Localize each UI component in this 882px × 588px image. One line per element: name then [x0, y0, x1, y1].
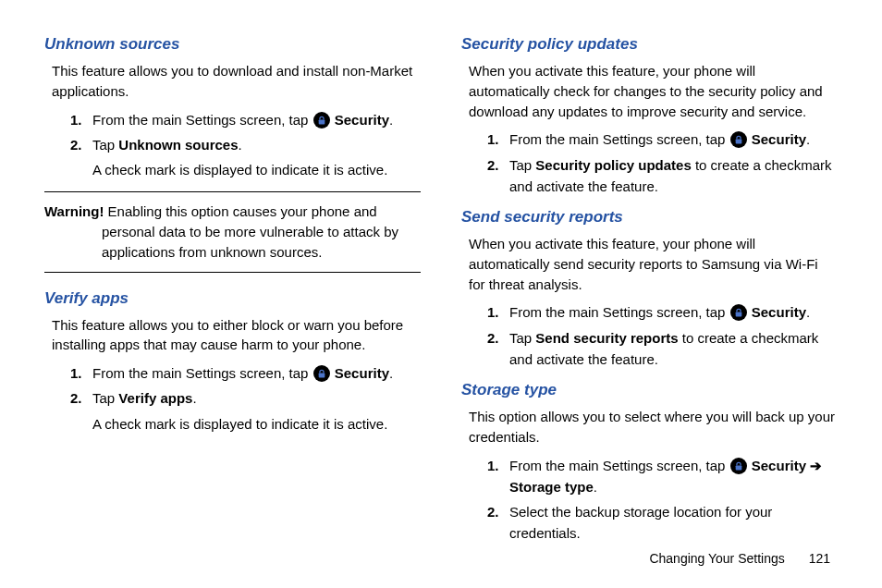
label-security: Security: [748, 131, 806, 147]
text: From the main Settings screen, tap: [509, 304, 729, 320]
warning-block: Warning! Enabling this option causes you…: [44, 191, 421, 272]
label-security: Security: [331, 365, 389, 381]
lock-icon: [313, 365, 330, 382]
text: .: [239, 137, 242, 153]
warning-body: Enabling this option causes your phone a…: [102, 203, 398, 260]
warning-prefix: Warning!: [44, 203, 108, 219]
text: From the main Settings screen, tap: [509, 131, 729, 147]
text: From the main Settings screen, tap: [92, 365, 312, 381]
intro-unknown-sources: This feature allows you to download and …: [52, 61, 421, 102]
label-verify-apps: Verify apps: [118, 390, 192, 406]
step: Tap Unknown sources. A check mark is dis…: [70, 134, 421, 181]
step: Select the backup storage location for y…: [487, 501, 838, 545]
steps-unknown-sources: From the main Settings screen, tap Secur…: [70, 109, 421, 181]
text: .: [594, 479, 597, 495]
text: Tap: [509, 330, 535, 346]
text: Tap: [509, 157, 535, 173]
right-column: Security policy updates When you activat…: [461, 30, 838, 556]
steps-verify-apps: From the main Settings screen, tap Secur…: [70, 362, 421, 435]
text: Tap: [92, 390, 118, 406]
intro-send-reports: When you activate this feature, your pho…: [469, 234, 838, 294]
label-send-security-reports: Send security reports: [535, 330, 678, 346]
footer-label: Changing Your Settings: [649, 551, 784, 566]
step: Tap Send security reports to create a ch…: [487, 327, 838, 371]
intro-security-policy: When you activate this feature, your pho…: [469, 61, 838, 121]
label-security: Security: [748, 458, 811, 473]
step: Tap Verify apps. A check mark is display…: [70, 387, 421, 435]
page-footer: Changing Your Settings 121: [649, 551, 830, 566]
text: From the main Settings screen, tap: [92, 112, 312, 128]
lock-icon: [730, 131, 747, 148]
text: Tap: [92, 137, 118, 153]
lock-icon: [730, 458, 747, 474]
step: From the main Settings screen, tap Secur…: [487, 455, 838, 498]
page-number: 121: [809, 551, 830, 566]
label-security-policy-updates: Security policy updates: [535, 157, 691, 173]
label-storage-type: Storage type: [509, 479, 594, 495]
heading-send-reports: Send security reports: [461, 208, 838, 227]
text: .: [389, 365, 393, 381]
text: .: [806, 131, 810, 147]
label-security: Security: [748, 304, 806, 320]
label-security: Security: [331, 112, 389, 128]
intro-storage-type: This option allows you to select where y…: [469, 407, 838, 447]
text: From the main Settings screen, tap: [509, 458, 729, 473]
steps-send-reports: From the main Settings screen, tap Secur…: [487, 301, 838, 370]
text: Select the backup storage location for y…: [509, 504, 772, 541]
step: From the main Settings screen, tap Secur…: [70, 362, 421, 384]
heading-security-policy: Security policy updates: [461, 35, 838, 54]
left-column: Unknown sources This feature allows you …: [44, 30, 421, 556]
page-columns: Unknown sources This feature allows you …: [44, 30, 838, 556]
label-unknown-sources: Unknown sources: [118, 137, 238, 153]
substep: A check mark is displayed to indicate it…: [92, 159, 421, 180]
text: .: [192, 390, 196, 406]
step: From the main Settings screen, tap Secur…: [487, 301, 838, 323]
substep: A check mark is displayed to indicate it…: [92, 413, 421, 435]
intro-verify-apps: This feature allows you to either block …: [52, 315, 421, 356]
lock-icon: [313, 112, 330, 129]
step: Tap Security policy updates to create a …: [487, 154, 838, 198]
heading-verify-apps: Verify apps: [44, 289, 421, 308]
step: From the main Settings screen, tap Secur…: [487, 129, 838, 150]
steps-security-policy: From the main Settings screen, tap Secur…: [487, 129, 838, 197]
text: .: [806, 304, 810, 320]
steps-storage-type: From the main Settings screen, tap Secur…: [487, 455, 838, 545]
heading-storage-type: Storage type: [461, 381, 838, 399]
heading-unknown-sources: Unknown sources: [44, 35, 421, 54]
text: .: [389, 112, 393, 128]
lock-icon: [730, 304, 747, 321]
step: From the main Settings screen, tap Secur…: [70, 109, 421, 130]
arrow-icon: ➔: [810, 458, 822, 473]
